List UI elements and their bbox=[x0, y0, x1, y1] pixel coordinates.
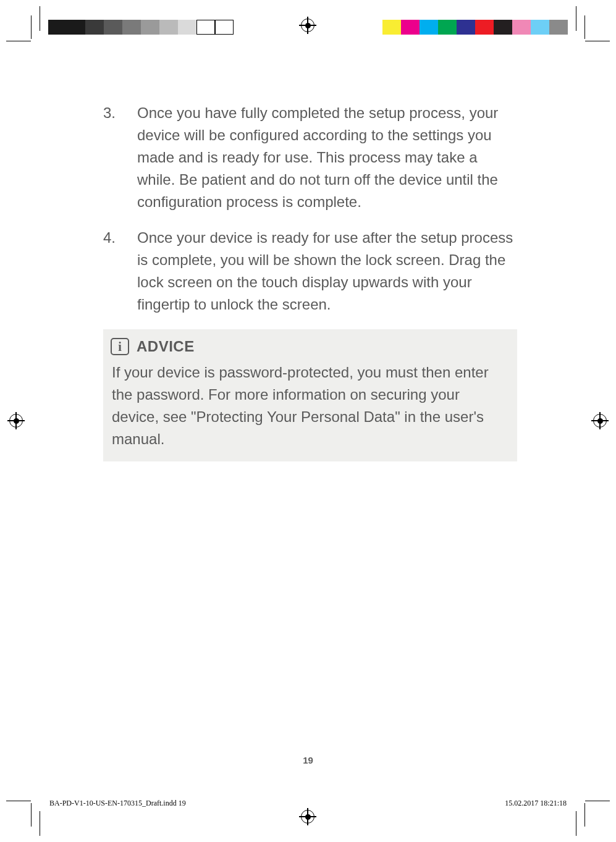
crop-mark bbox=[576, 6, 576, 31]
color-swatch bbox=[104, 20, 122, 35]
crop-mark bbox=[585, 801, 610, 801]
crop-mark bbox=[6, 801, 31, 801]
color-swatch bbox=[141, 20, 159, 35]
color-swatch bbox=[457, 20, 475, 35]
step-text: Once your device is ready for use after … bbox=[137, 227, 517, 316]
step-text: Once you have fully completed the setup … bbox=[137, 102, 517, 213]
color-swatch bbox=[512, 20, 531, 35]
grayscale-colorbar bbox=[48, 20, 234, 35]
registration-mark-icon bbox=[593, 414, 607, 427]
footer-filename: BA-PD-V1-10-US-EN-170315_Draft.indd 19 bbox=[49, 799, 186, 808]
info-icon-letter: i bbox=[118, 340, 122, 353]
crop-mark bbox=[576, 811, 576, 836]
color-swatch bbox=[215, 20, 234, 35]
color-swatch bbox=[178, 20, 196, 35]
color-swatch bbox=[401, 20, 420, 35]
crop-mark bbox=[40, 6, 40, 31]
color-swatch bbox=[48, 20, 67, 35]
color-swatch bbox=[196, 20, 215, 35]
crop-mark bbox=[40, 811, 40, 836]
footer-timestamp: 15.02.2017 18:21:18 bbox=[505, 799, 567, 808]
color-swatch bbox=[159, 20, 178, 35]
color-swatch bbox=[531, 20, 549, 35]
advice-body-text: If your device is password-protected, yo… bbox=[112, 361, 508, 450]
crop-mark bbox=[6, 41, 31, 41]
color-swatch bbox=[67, 20, 85, 35]
page-content: 3. Once you have fully completed the set… bbox=[103, 102, 517, 461]
crop-guide bbox=[31, 803, 32, 827]
color-swatch bbox=[420, 20, 438, 35]
color-swatch bbox=[382, 20, 401, 35]
numbered-steps-list: 3. Once you have fully completed the set… bbox=[103, 102, 517, 316]
color-swatch bbox=[494, 20, 512, 35]
color-swatch bbox=[122, 20, 141, 35]
step-number: 4. bbox=[103, 227, 137, 316]
color-swatch bbox=[438, 20, 457, 35]
color-swatch bbox=[85, 20, 104, 35]
crop-guide bbox=[31, 15, 32, 39]
registration-mark-icon bbox=[301, 19, 314, 32]
registration-mark-icon bbox=[9, 414, 23, 427]
advice-callout: i ADVICE If your device is password-prot… bbox=[103, 329, 517, 461]
color-swatch bbox=[549, 20, 568, 35]
crop-mark bbox=[585, 41, 610, 41]
list-item: 3. Once you have fully completed the set… bbox=[103, 102, 517, 213]
color-swatch bbox=[475, 20, 494, 35]
crop-guide bbox=[584, 15, 585, 39]
advice-title: ADVICE bbox=[137, 338, 195, 355]
advice-header: i ADVICE bbox=[111, 338, 508, 355]
cmyk-colorbar bbox=[382, 20, 568, 35]
info-icon: i bbox=[111, 338, 129, 355]
step-number: 3. bbox=[103, 102, 137, 213]
list-item: 4. Once your device is ready for use aft… bbox=[103, 227, 517, 316]
crop-guide bbox=[584, 803, 585, 827]
document-page: 3. Once you have fully completed the set… bbox=[0, 0, 616, 842]
registration-mark-icon bbox=[301, 810, 314, 823]
page-number: 19 bbox=[0, 755, 616, 765]
